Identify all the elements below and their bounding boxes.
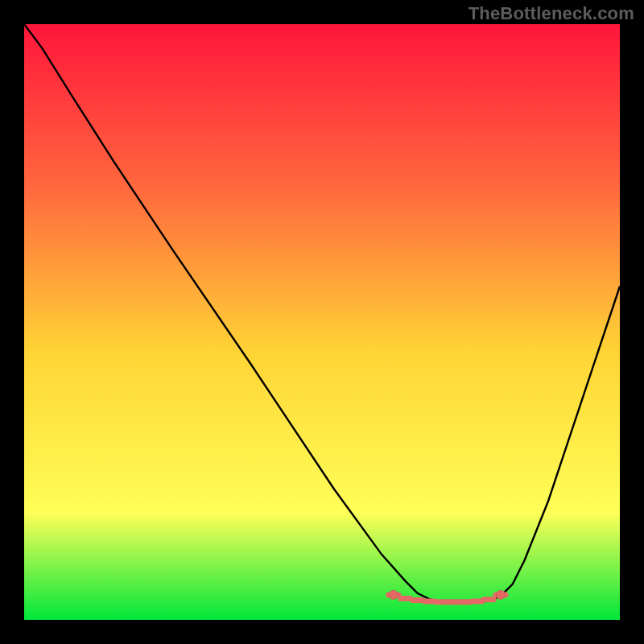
optimal-marker-end xyxy=(497,590,506,599)
plot-area xyxy=(24,24,620,620)
gradient-background xyxy=(24,24,620,620)
watermark-text: TheBottleneck.com xyxy=(469,3,634,24)
chart-svg xyxy=(24,24,620,620)
chart-frame: TheBottleneck.com xyxy=(0,0,644,644)
optimal-marker-end xyxy=(389,590,398,599)
